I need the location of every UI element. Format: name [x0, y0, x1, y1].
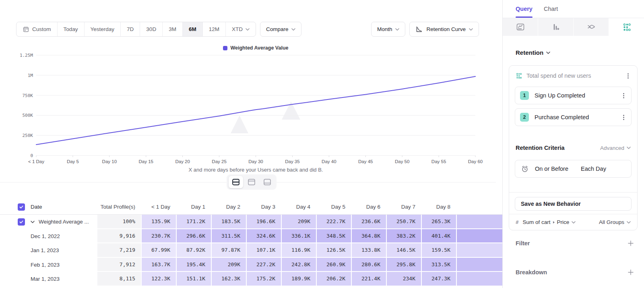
chevron-down-icon: [469, 28, 473, 31]
chevron-down-icon: [627, 147, 631, 149]
column-header-total[interactable]: Total Profile(s): [97, 199, 141, 214]
funnels-report-button[interactable]: [538, 18, 574, 36]
chart-legend[interactable]: Weighted Average Value: [36, 45, 475, 51]
series-line[interactable]: [36, 77, 475, 145]
row-checkbox[interactable]: [18, 218, 25, 226]
range-label: Yesterday: [91, 26, 115, 32]
value-cell: 171.2K: [176, 215, 211, 229]
step-menu-button[interactable]: [621, 113, 626, 122]
table-row: Mar 1, 20238,115122.3K151.1K162.3K175.2K…: [0, 272, 502, 286]
value-cell: 295.8K: [386, 258, 421, 272]
value-cell: 135.9K: [141, 215, 176, 229]
granularity-button[interactable]: Month: [371, 22, 406, 37]
chart-style-button[interactable]: Retention Curve: [409, 22, 479, 37]
measure-property-dropdown[interactable]: Sum of cart Price: [523, 219, 595, 225]
plus-icon: [628, 240, 634, 246]
value-cell: 247.3K: [421, 272, 456, 286]
chevron-down-icon: [291, 28, 295, 31]
column-header-day[interactable]: Day 7: [386, 199, 421, 214]
row-expand-chevron[interactable]: [31, 215, 39, 229]
step-number-badge: 2: [520, 113, 529, 122]
value-cell: 336.1K: [281, 229, 316, 244]
tab-chart[interactable]: Chart: [544, 0, 558, 18]
column-header-day[interactable]: Day 8: [421, 199, 456, 214]
column-header-date[interactable]: Date: [31, 199, 97, 214]
value-cell: 221.4K: [351, 272, 386, 286]
table-header-row: DateTotal Profile(s)< 1 DayDay 1Day 2Day…: [0, 199, 502, 215]
legend-swatch: [223, 46, 227, 50]
x-tick-label: Day 45: [358, 159, 373, 164]
retention-report-button[interactable]: [609, 18, 644, 36]
compare-button[interactable]: Compare: [260, 22, 302, 37]
value-cell: 311.5K: [211, 229, 246, 244]
criteria-mode-dropdown[interactable]: Advanced: [600, 145, 631, 151]
total-cell: 8,115: [97, 272, 141, 286]
column-header-day[interactable]: Day 2: [211, 199, 246, 214]
filter-section: Filter: [516, 240, 634, 247]
range-6m[interactable]: 6M: [182, 22, 202, 36]
calendar-icon: [23, 26, 29, 33]
range-30d[interactable]: 30D: [140, 22, 162, 36]
save-as-new-behavior-button[interactable]: Save as New Behavior: [515, 197, 632, 211]
header-overflow-cell: [456, 199, 502, 214]
retention-curve-icon: [415, 25, 423, 33]
tab-query[interactable]: Query: [516, 0, 533, 18]
layout-table-only-button[interactable]: [260, 176, 275, 188]
range-3m[interactable]: 3M: [162, 22, 182, 36]
row-checkbox-cell: [18, 258, 31, 272]
group-label: All Groups: [599, 219, 624, 225]
report-section-selector[interactable]: Retention: [516, 49, 550, 56]
value-cell: 227.2K: [246, 258, 281, 272]
retention-timing-selector[interactable]: On or Before Each Day: [515, 160, 632, 178]
x-tick-label: Day 55: [431, 159, 446, 164]
behavior-step-1[interactable]: 1Sign Up Completed: [515, 87, 632, 104]
value-cell: 206.2K: [316, 272, 351, 286]
value-cell: 280.6K: [351, 258, 386, 272]
column-header-day[interactable]: < 1 Day: [141, 199, 176, 214]
chevron-down-icon: [31, 221, 35, 223]
x-tick-label: Day 30: [248, 159, 263, 164]
insights-report-button[interactable]: [503, 18, 538, 36]
column-header-day[interactable]: Day 1: [176, 199, 211, 214]
select-all-checkbox[interactable]: [18, 203, 25, 211]
range-label: Today: [64, 26, 78, 32]
overflow-cell: [456, 258, 502, 272]
range-7d[interactable]: 7D: [120, 22, 140, 36]
caret-right-icon: [553, 221, 555, 224]
range-xtd[interactable]: XTD: [225, 22, 256, 36]
row-checkbox-cell: [18, 243, 31, 258]
breakdown-section: Breakdown: [516, 269, 634, 276]
step-menu-button[interactable]: [621, 91, 626, 100]
x-tick-label: Day 25: [212, 159, 226, 164]
range-yesterday[interactable]: Yesterday: [84, 22, 121, 36]
column-header-day[interactable]: Day 5: [316, 199, 351, 214]
add-filter-button[interactable]: [628, 240, 634, 246]
layout-chart-and-table-button[interactable]: [229, 176, 243, 188]
overflow-cell: [456, 243, 502, 258]
y-tick-label: 500K: [0, 113, 33, 118]
behavior-step-2[interactable]: 2Purchase Completed: [515, 108, 632, 126]
main-report-area: CustomTodayYesterday7D30D3M6M12MXTD Comp…: [0, 0, 502, 288]
flows-report-button[interactable]: [574, 18, 609, 36]
value-cell: 175.2K: [246, 272, 281, 286]
range-12m[interactable]: 12M: [202, 22, 225, 36]
y-tick-label: 750K: [0, 93, 33, 98]
retention-table: DateTotal Profile(s)< 1 DayDay 1Day 2Day…: [0, 199, 502, 286]
value-cell: 126.5K: [316, 243, 351, 258]
value-cell: 348.5K: [316, 229, 351, 244]
column-header-day[interactable]: Day 4: [281, 199, 316, 214]
range-custom[interactable]: Custom: [17, 22, 57, 36]
group-selector-dropdown[interactable]: All Groups: [599, 219, 631, 225]
column-header-day[interactable]: Day 3: [246, 199, 281, 214]
value-cell: 159.5K: [421, 243, 456, 258]
add-breakdown-button[interactable]: [628, 269, 634, 275]
range-today[interactable]: Today: [57, 22, 84, 36]
x-tick-label: Day 35: [285, 159, 299, 164]
behavior-menu-button[interactable]: [625, 72, 631, 80]
layout-chart-only-button[interactable]: [244, 176, 259, 188]
column-header-day[interactable]: Day 6: [351, 199, 386, 214]
total-cell: 7,912: [97, 258, 141, 272]
x-tick-label: Day 20: [175, 159, 190, 164]
section-label: Retention: [516, 49, 543, 56]
value-cell: 383.2K: [386, 229, 421, 244]
